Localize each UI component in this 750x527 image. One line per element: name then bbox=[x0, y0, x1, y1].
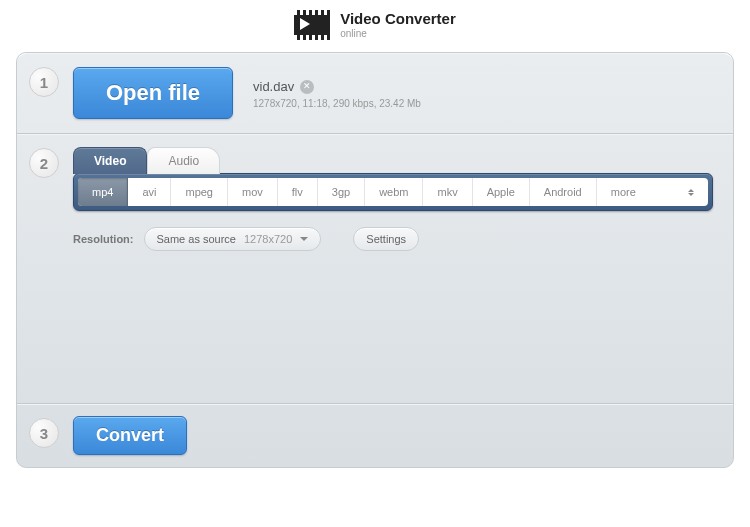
app-subtitle: online bbox=[340, 28, 456, 39]
section-convert: 3 Convert bbox=[17, 404, 733, 467]
file-details: 1278x720, 11:18, 290 kbps, 23.42 Mb bbox=[253, 98, 421, 109]
film-logo-icon bbox=[294, 10, 330, 40]
format-more[interactable]: more bbox=[597, 178, 708, 206]
format-mp4[interactable]: mp4 bbox=[78, 178, 128, 206]
open-file-button[interactable]: Open file bbox=[73, 67, 233, 119]
file-name: vid.dav bbox=[253, 79, 294, 94]
tab-video[interactable]: Video bbox=[73, 147, 147, 174]
step-badge-3: 3 bbox=[29, 418, 59, 448]
format-mov[interactable]: mov bbox=[228, 178, 278, 206]
app-header: Video Converter online bbox=[0, 0, 750, 52]
format-mpeg[interactable]: mpeg bbox=[171, 178, 228, 206]
format-mkv[interactable]: mkv bbox=[423, 178, 472, 206]
format-more-label: more bbox=[611, 186, 636, 198]
settings-button[interactable]: Settings bbox=[353, 227, 419, 251]
format-android[interactable]: Android bbox=[530, 178, 597, 206]
file-meta: vid.dav ✕ 1278x720, 11:18, 290 kbps, 23.… bbox=[253, 77, 421, 109]
format-apple[interactable]: Apple bbox=[473, 178, 530, 206]
resolution-row: Resolution: Same as source 1278x720 Sett… bbox=[73, 227, 713, 251]
convert-button[interactable]: Convert bbox=[73, 416, 187, 455]
remove-file-icon[interactable]: ✕ bbox=[300, 80, 314, 94]
step-badge-2: 2 bbox=[29, 148, 59, 178]
app-title: Video Converter bbox=[340, 11, 456, 28]
format-3gp[interactable]: 3gp bbox=[318, 178, 365, 206]
format-avi[interactable]: avi bbox=[128, 178, 171, 206]
format-webm[interactable]: webm bbox=[365, 178, 423, 206]
resolution-value: 1278x720 bbox=[244, 233, 292, 245]
resolution-label: Resolution: bbox=[73, 233, 134, 245]
step-badge-1: 1 bbox=[29, 67, 59, 97]
main-panel: 1 Open file vid.dav ✕ 1278x720, 11:18, 2… bbox=[16, 52, 734, 468]
media-tabs: Video Audio bbox=[73, 146, 713, 173]
updown-icon bbox=[688, 189, 694, 196]
title-block: Video Converter online bbox=[340, 11, 456, 39]
format-bar: mp4 avi mpeg mov flv 3gp webm mkv Apple … bbox=[73, 173, 713, 211]
chevron-down-icon bbox=[300, 237, 308, 241]
resolution-mode: Same as source bbox=[157, 233, 236, 245]
resolution-select[interactable]: Same as source 1278x720 bbox=[144, 227, 322, 251]
section-open-file: 1 Open file vid.dav ✕ 1278x720, 11:18, 2… bbox=[17, 53, 733, 134]
tab-audio[interactable]: Audio bbox=[147, 147, 220, 174]
section-format: 2 Video Audio mp4 avi mpeg mov flv 3gp w… bbox=[17, 134, 733, 404]
format-flv[interactable]: flv bbox=[278, 178, 318, 206]
